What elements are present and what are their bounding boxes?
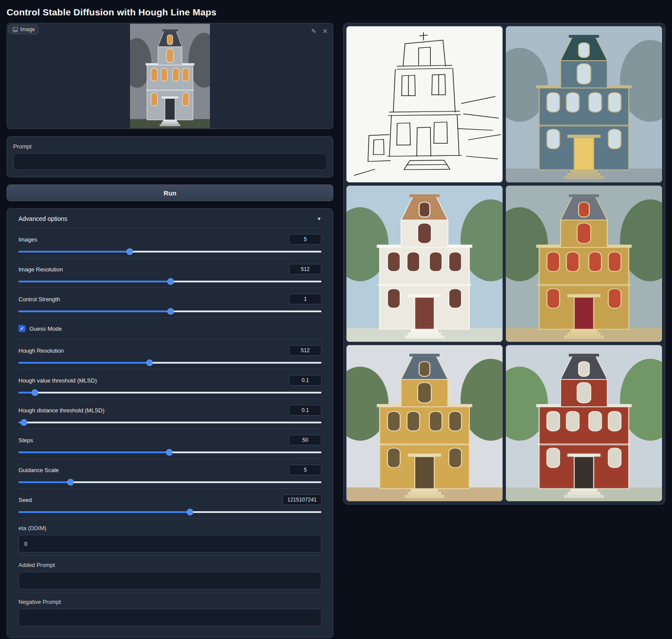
slider-seed-label: Seed bbox=[18, 497, 32, 503]
slider-images-label: Images bbox=[18, 236, 37, 243]
app-window: Control Stable Diffusion with Hough Line… bbox=[0, 0, 672, 639]
eta-input[interactable] bbox=[18, 535, 322, 552]
slider-seed-thumb[interactable] bbox=[187, 509, 193, 516]
slider-fill bbox=[18, 451, 169, 453]
slider-fill bbox=[18, 422, 24, 423]
image-actions: ✎ ✕ bbox=[310, 27, 329, 36]
slider-image-resolution-label: Image Resolution bbox=[18, 266, 63, 273]
image-upload-panel: Image ✎ ✕ bbox=[7, 23, 333, 129]
eta-field-block: eta (DDIM) bbox=[18, 518, 322, 555]
image-icon bbox=[12, 27, 18, 32]
gallery-item-red-brick-house[interactable] bbox=[506, 345, 662, 502]
slider-hough-value-threshold: Hough value threshold (MLSD) 0.1 bbox=[18, 369, 322, 399]
slider-images-track[interactable] bbox=[18, 251, 322, 253]
slider-fill bbox=[18, 392, 35, 394]
slider-hough-resolution-track[interactable] bbox=[18, 362, 322, 364]
slider-hough-resolution: Hough Resolution 512 bbox=[18, 339, 322, 369]
main-layout: Image ✎ ✕ bbox=[0, 23, 672, 638]
slider-seed-track[interactable] bbox=[18, 511, 322, 513]
slider-hough-value-threshold-value[interactable]: 0.1 bbox=[289, 375, 322, 386]
slider-images: Images 5 bbox=[18, 228, 322, 258]
negative-prompt-field-block: Negative Prompt bbox=[18, 592, 322, 629]
slider-guidance-scale-track[interactable] bbox=[18, 481, 322, 483]
advanced-options-panel: Advanced options ▼ Images 5 Im bbox=[7, 208, 333, 638]
run-button[interactable]: Run bbox=[7, 184, 333, 201]
slider-seed: Seed 1215107241 bbox=[18, 488, 322, 518]
prompt-panel: Prompt bbox=[7, 136, 333, 177]
slider-hough-distance-threshold-thumb[interactable] bbox=[21, 419, 27, 426]
slider-control-strength: Control Strength 1 bbox=[18, 288, 322, 318]
slider-guidance-scale: Guidance Scale 5 bbox=[18, 458, 322, 488]
image-label: Image bbox=[20, 26, 35, 32]
gallery-item-teal-house[interactable] bbox=[506, 26, 662, 183]
slider-steps-value[interactable]: 50 bbox=[289, 435, 322, 445]
guess-mode-row[interactable]: ✓ Guess Mode bbox=[18, 318, 322, 339]
gallery-item-mustard-house[interactable] bbox=[506, 185, 662, 342]
advanced-options-title: Advanced options bbox=[18, 215, 67, 222]
slider-hough-distance-threshold: Hough distance threshold (MLSD) 0.1 bbox=[18, 399, 322, 429]
gallery-grid bbox=[346, 26, 662, 502]
slider-hough-resolution-thumb[interactable] bbox=[146, 360, 153, 366]
advanced-options-header[interactable]: Advanced options ▼ bbox=[18, 209, 322, 228]
slider-hough-resolution-label: Hough Resolution bbox=[18, 347, 64, 354]
slider-fill bbox=[18, 511, 190, 513]
slider-steps: Steps 50 bbox=[18, 429, 322, 458]
guess-mode-checkbox[interactable]: ✓ bbox=[18, 325, 25, 332]
slider-hough-distance-threshold-track[interactable] bbox=[18, 422, 322, 423]
slider-fill bbox=[18, 251, 130, 253]
slider-fill bbox=[18, 481, 70, 483]
slider-hough-distance-threshold-value[interactable]: 0.1 bbox=[289, 405, 322, 415]
slider-control-strength-track[interactable] bbox=[18, 310, 322, 312]
negative-prompt-input[interactable] bbox=[18, 609, 322, 626]
slider-image-resolution-track[interactable] bbox=[18, 281, 322, 282]
slider-hough-distance-threshold-label: Hough distance threshold (MLSD) bbox=[18, 407, 105, 414]
guess-mode-label: Guess Mode bbox=[29, 325, 62, 332]
control-column: Image ✎ ✕ bbox=[7, 23, 333, 638]
output-column bbox=[343, 23, 665, 505]
slider-image-resolution-thumb[interactable] bbox=[167, 278, 174, 285]
collapse-caret-icon: ▼ bbox=[317, 216, 322, 221]
slider-guidance-scale-label: Guidance Scale bbox=[18, 467, 59, 473]
slider-images-value[interactable]: 5 bbox=[289, 234, 322, 245]
slider-fill bbox=[18, 281, 170, 282]
edit-image-button[interactable]: ✎ bbox=[310, 27, 318, 36]
slider-fill bbox=[18, 310, 170, 312]
slider-hough-resolution-value[interactable]: 512 bbox=[289, 345, 322, 356]
slider-guidance-scale-thumb[interactable] bbox=[67, 479, 74, 486]
gallery-item-white-house[interactable] bbox=[346, 185, 503, 342]
slider-control-strength-label: Control Strength bbox=[18, 296, 60, 303]
added-prompt-label: Added Prompt bbox=[18, 562, 322, 568]
slider-images-thumb[interactable] bbox=[126, 249, 133, 255]
uploaded-house-image[interactable] bbox=[130, 24, 210, 128]
slider-fill bbox=[18, 362, 149, 364]
slider-control-strength-thumb[interactable] bbox=[167, 308, 174, 315]
slider-image-resolution: Image Resolution 512 bbox=[18, 258, 322, 288]
slider-steps-label: Steps bbox=[18, 437, 33, 444]
check-icon: ✓ bbox=[20, 326, 24, 331]
negative-prompt-label: Negative Prompt bbox=[18, 599, 322, 605]
slider-hough-value-threshold-thumb[interactable] bbox=[32, 390, 38, 396]
slider-seed-value[interactable]: 1215107241 bbox=[282, 495, 322, 505]
added-prompt-field-block: Added Prompt bbox=[18, 555, 322, 592]
clear-image-button[interactable]: ✕ bbox=[321, 27, 329, 36]
image-label-badge: Image bbox=[8, 25, 39, 34]
gallery-item-golden-house[interactable] bbox=[346, 345, 503, 502]
page-title: Control Stable Diffusion with Hough Line… bbox=[0, 0, 672, 23]
prompt-label: Prompt bbox=[13, 143, 327, 150]
prompt-input[interactable] bbox=[13, 153, 327, 170]
slider-image-resolution-value[interactable]: 512 bbox=[289, 264, 322, 274]
slider-guidance-scale-value[interactable]: 5 bbox=[289, 465, 322, 475]
gallery-item-hough-line-map[interactable] bbox=[346, 26, 503, 183]
added-prompt-input[interactable] bbox=[18, 572, 322, 589]
slider-control-strength-value[interactable]: 1 bbox=[289, 294, 322, 304]
slider-hough-value-threshold-label: Hough value threshold (MLSD) bbox=[18, 377, 97, 384]
slider-steps-thumb[interactable] bbox=[166, 449, 173, 456]
output-gallery bbox=[343, 23, 665, 505]
slider-steps-track[interactable] bbox=[18, 451, 322, 453]
slider-hough-value-threshold-track[interactable] bbox=[18, 392, 322, 394]
eta-label: eta (DDIM) bbox=[18, 525, 322, 531]
